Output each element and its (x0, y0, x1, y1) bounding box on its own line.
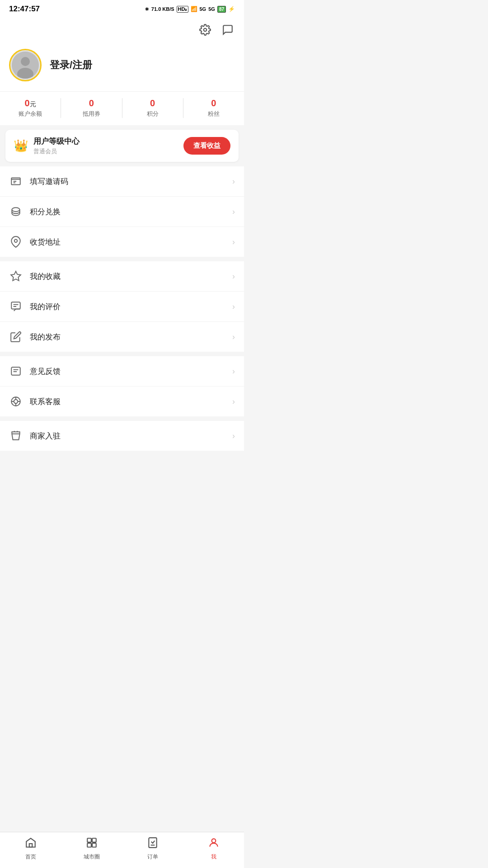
points-value: 0 (150, 98, 155, 108)
signal-5g-2: 5G (208, 6, 215, 12)
fans-value: 0 (211, 98, 216, 108)
balance-label: 账户余额 (19, 110, 42, 118)
menu-item-merchant[interactable]: 商家入驻 › (0, 421, 244, 451)
reviews-label: 我的评价 (30, 302, 225, 312)
reviews-arrow: › (232, 302, 235, 311)
svg-point-8 (12, 208, 19, 212)
menu-item-service[interactable]: 联系客服 › (0, 387, 244, 416)
coupon-label: 抵用券 (83, 110, 100, 118)
menu-group-2: 我的收藏 › 我的评价 › 我的发布 › (0, 261, 244, 352)
publish-label: 我的发布 (30, 332, 225, 342)
stat-points[interactable]: 0 积分 (122, 98, 183, 118)
menu-group-1: 填写邀请码 › 积分兑换 › 收货地址 › (0, 166, 244, 257)
service-label: 联系客服 (30, 396, 225, 407)
status-icons: ∗ 71.0 KB/S HD₂ 📶 5G 5G 87 ⚡ (145, 6, 235, 13)
points-label: 积分 (147, 110, 159, 118)
menu-item-reviews[interactable]: 我的评价 › (0, 292, 244, 322)
merchant-arrow: › (232, 431, 235, 441)
svg-point-9 (14, 240, 18, 243)
menu-item-feedback[interactable]: 意见反馈 › (0, 356, 244, 387)
svg-point-17 (14, 400, 18, 404)
stats-row: 0元 账户余额 0 抵用券 0 积分 0 粉丝 (0, 91, 244, 125)
login-register-button[interactable]: 登录/注册 (50, 58, 92, 72)
merchant-label: 商家入驻 (30, 431, 225, 441)
wifi-icon: 📶 (191, 6, 197, 12)
invite-icon (9, 175, 23, 188)
avatar-wrapper[interactable] (9, 49, 42, 81)
hd-badge: HD₂ (177, 6, 188, 13)
level-subtitle: 普通会员 (33, 147, 80, 156)
level-card: 👑 用户等级中心 普通会员 查看收益 (5, 130, 239, 162)
address-icon (9, 235, 23, 249)
svg-point-2 (21, 57, 30, 66)
message-button[interactable] (220, 22, 236, 38)
invite-label: 填写邀请码 (30, 176, 225, 187)
level-title: 用户等级中心 (33, 136, 80, 146)
menu-item-publish[interactable]: 我的发布 › (0, 322, 244, 352)
address-arrow: › (232, 237, 235, 247)
signal-5g-1: 5G (200, 6, 206, 12)
stat-balance[interactable]: 0元 账户余额 (0, 98, 61, 118)
menu-group-4: 商家入驻 › (0, 421, 244, 451)
svg-marker-10 (11, 271, 21, 281)
menu-item-points[interactable]: 积分兑换 › (0, 197, 244, 227)
level-texts: 用户等级中心 普通会员 (33, 136, 80, 156)
favorites-arrow: › (232, 272, 235, 281)
battery-indicator: 87 (217, 6, 226, 13)
publish-icon (9, 330, 23, 344)
stat-coupon[interactable]: 0 抵用券 (61, 98, 122, 118)
feedback-arrow: › (232, 367, 235, 376)
view-earnings-button[interactable]: 查看收益 (183, 137, 230, 155)
merchant-icon (9, 429, 23, 443)
menu-item-invite[interactable]: 填写邀请码 › (0, 166, 244, 197)
svg-rect-14 (11, 367, 20, 375)
status-time: 12:47:57 (9, 5, 40, 14)
coupon-value: 0 (89, 98, 94, 108)
level-info: 👑 用户等级中心 普通会员 (14, 136, 80, 156)
menu-item-favorites[interactable]: 我的收藏 › (0, 261, 244, 292)
publish-arrow: › (232, 332, 235, 342)
favorites-label: 我的收藏 (30, 271, 225, 282)
points-label: 积分兑换 (30, 207, 225, 217)
status-bar: 12:47:57 ∗ 71.0 KB/S HD₂ 📶 5G 5G 87 ⚡ (0, 0, 244, 17)
profile-section: 登录/注册 0元 账户余额 0 抵用券 0 积分 0 粉丝 (0, 42, 244, 125)
speed-indicator: 71.0 KB/S (151, 6, 174, 12)
service-arrow: › (232, 397, 235, 406)
feedback-label: 意见反馈 (30, 366, 225, 377)
settings-button[interactable] (197, 22, 213, 38)
svg-rect-11 (11, 302, 20, 309)
menu-item-address[interactable]: 收货地址 › (0, 227, 244, 257)
svg-point-0 (204, 28, 207, 32)
balance-value: 0元 (25, 98, 36, 108)
points-arrow: › (232, 207, 235, 217)
reviews-icon (9, 300, 23, 313)
feedback-icon (9, 364, 23, 378)
invite-arrow: › (232, 177, 235, 186)
service-icon (9, 395, 23, 408)
avatar (12, 52, 39, 79)
crown-icon: 👑 (14, 139, 28, 153)
menu-group-3: 意见反馈 › 联系客服 › (0, 356, 244, 416)
stat-fans[interactable]: 0 粉丝 (183, 98, 244, 118)
points-exchange-icon (9, 205, 23, 218)
charging-icon: ⚡ (228, 6, 235, 12)
address-label: 收货地址 (30, 237, 225, 247)
header (0, 17, 244, 42)
favorites-icon (9, 269, 23, 283)
fans-label: 粉丝 (208, 110, 220, 118)
bluetooth-icon: ∗ (145, 6, 149, 12)
